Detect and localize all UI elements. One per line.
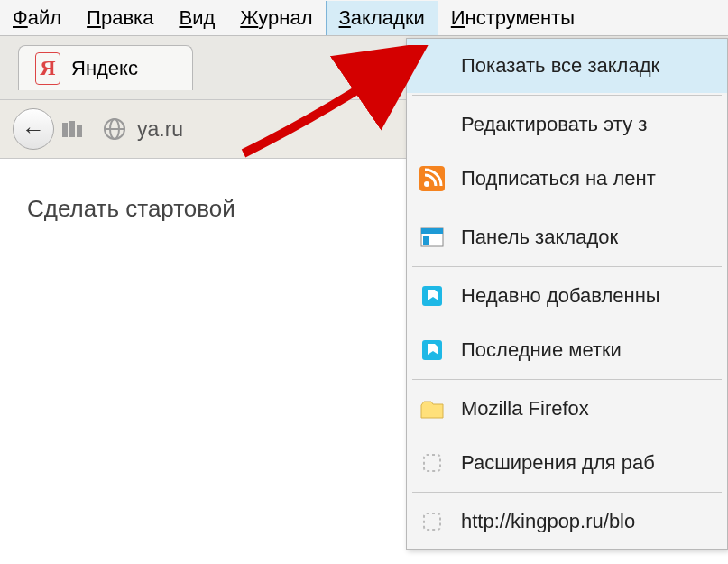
bookmarks-dropdown: Показать все закладк Редактировать эту з… [406,38,728,550]
yandex-favicon: Я [35,52,60,85]
url-bar[interactable]: ya.ru [92,117,192,142]
dropdown-item-label: Показать все закладк [461,54,659,78]
svg-rect-0 [62,123,68,137]
url-text: ya.ru [137,117,183,142]
page-icon [418,507,447,536]
dropdown-item-label: Редактировать эту з [461,113,647,136]
make-startpage-link[interactable]: Сделать стартовой [27,195,235,222]
rss-icon [418,164,447,193]
dropdown-item-mozilla-firefox[interactable]: Mozilla Firefox [407,382,727,436]
dropdown-item-label: Панель закладок [461,226,618,249]
library-icon[interactable] [60,117,87,141]
tab-yandex[interactable]: Я Яндекс [18,45,193,90]
dropdown-separator [412,379,722,380]
folder-icon [418,394,447,423]
tag-icon [418,336,447,365]
blank-icon [418,110,447,139]
back-button[interactable]: ← [13,108,54,150]
menu-edit[interactable]: Правка [74,1,166,35]
svg-rect-9 [421,228,443,234]
dropdown-item-label: Последние метки [461,338,622,362]
dropdown-item-url[interactable]: http://kingpop.ru/blo [407,495,727,549]
dropdown-item-label: Расширения для раб [461,451,655,475]
dropdown-item-show-all[interactable]: Показать все закладк [407,39,727,93]
tab-title: Яндекс [71,57,138,80]
dropdown-item-label: Подписаться на лент [461,167,656,190]
svg-rect-10 [423,236,429,245]
dropdown-item-label: Mozilla Firefox [461,397,589,421]
menu-bookmarks[interactable]: Закладки [326,1,438,35]
menu-tools[interactable]: Инструменты [438,1,587,35]
dropdown-item-extensions[interactable]: Расширения для раб [407,436,727,490]
panel-icon [418,223,447,252]
blank-icon [418,51,447,80]
menu-view[interactable]: Вид [166,1,227,35]
dropdown-item-recent-tags[interactable]: Последние метки [407,323,727,377]
dropdown-separator [412,266,722,267]
dropdown-item-label: http://kingpop.ru/blo [461,510,635,533]
svg-point-7 [424,181,429,187]
svg-rect-14 [424,513,440,530]
dropdown-item-recent-bookmarks[interactable]: Недавно добавленны [407,269,727,323]
dropdown-separator [412,95,722,96]
dropdown-item-bookmarks-toolbar[interactable]: Панель закладок [407,210,727,264]
globe-icon [101,117,128,141]
dropdown-item-subscribe-feed[interactable]: Подписаться на лент [407,152,727,206]
dropdown-separator [412,492,722,493]
menu-history[interactable]: Журнал [227,1,325,35]
dropdown-separator [412,208,722,208]
page-icon [418,448,447,477]
menubar: Файл Правка Вид Журнал Закладки Инструме… [0,0,728,36]
svg-rect-2 [77,125,82,137]
dropdown-item-label: Недавно добавленны [461,284,660,308]
svg-rect-13 [424,455,440,471]
menu-file[interactable]: Файл [0,1,74,35]
tag-icon [418,282,447,310]
svg-rect-1 [69,121,75,137]
dropdown-item-edit-bookmark[interactable]: Редактировать эту з [407,97,727,152]
